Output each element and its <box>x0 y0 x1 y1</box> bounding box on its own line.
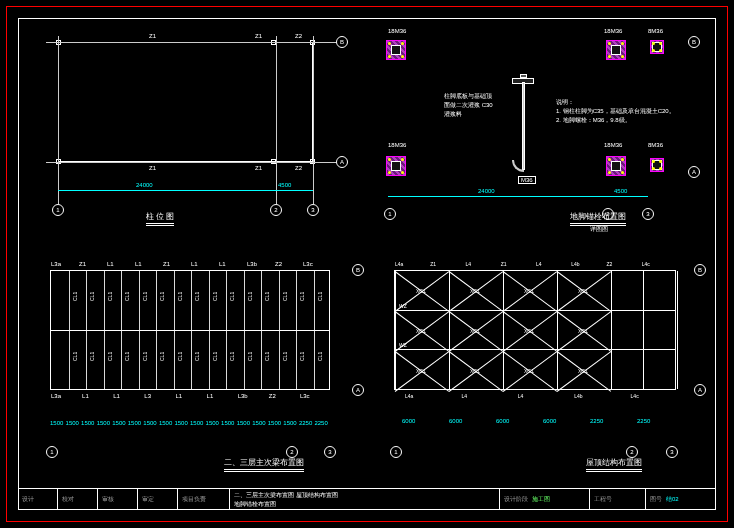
dim-line <box>276 190 313 191</box>
anchor-tag: 18M36 <box>388 142 406 148</box>
note-line: 1. 钢柱柱脚为C35，基础及承台混凝土C20。 <box>556 108 675 114</box>
beam-label: L1 <box>219 261 226 267</box>
midline <box>51 330 329 331</box>
beam-label: Z2 <box>275 261 282 267</box>
dim-text: 4500 <box>614 188 627 194</box>
beam-label: L1 <box>207 393 214 399</box>
axis-bubble: 3 <box>307 204 319 216</box>
dim-line <box>388 196 608 197</box>
dim-text: 1500 <box>112 420 125 426</box>
dim-line <box>58 190 276 191</box>
panel-beam-layout: /*generated below via JS for repeats*/ L… <box>24 250 364 470</box>
beam-tag: CL1 <box>282 352 288 361</box>
beam-tag: CL1 <box>159 352 165 361</box>
truss-line <box>611 271 612 389</box>
beam-tag: CL1 <box>194 292 200 301</box>
secondary-beam <box>209 271 210 389</box>
dim-text: 24000 <box>478 188 495 194</box>
beam-label: L4c <box>631 393 639 399</box>
beam-tag: CL1 <box>299 352 305 361</box>
detail-tag: M36 <box>518 176 536 184</box>
beam-label: L4a <box>395 261 403 267</box>
axis-bubble: A <box>688 166 700 178</box>
beam-tag: CL1 <box>264 352 270 361</box>
axis-bubble: B <box>688 36 700 48</box>
secondary-beam <box>279 271 280 389</box>
truss-line <box>449 271 450 389</box>
beam-label: L4 <box>466 261 472 267</box>
beam-tag: CL1 <box>194 352 200 361</box>
beam-label: L1 <box>82 393 89 399</box>
grid-line <box>313 36 314 204</box>
secondary-beam <box>191 271 192 389</box>
axis-bubble: A <box>352 384 364 396</box>
roof-purlin-line <box>395 349 675 350</box>
beam-label: Z1 <box>149 165 156 171</box>
tb-projno: 工程号 <box>590 489 646 510</box>
tb-drawing-titles: 二、三层主次梁布置图 屋顶结构布置图 地脚锚栓布置图 <box>230 489 500 510</box>
beam-tag: CL1 <box>72 292 78 301</box>
detail-note: 柱脚底板与基础顶面做二次灌浆 C30灌浆料 <box>444 92 494 119</box>
dim-text: 1500 <box>237 420 250 426</box>
beam-label: L4 <box>461 393 467 399</box>
br-plan: XG1XG1XG1XG1XG1XG1XG1XG1XG1XG1XG1XG1L4aZ… <box>394 270 676 390</box>
brace-tag: XG1 <box>524 288 534 294</box>
panel-subtitle: 详图图 <box>590 225 608 234</box>
beam-label: L1 <box>175 393 182 399</box>
beam-label: L1 <box>135 261 142 267</box>
dim-text: 2250 <box>299 420 312 426</box>
beam-label: L4c <box>642 261 650 267</box>
brace-tag: XG1 <box>524 328 534 334</box>
beam-label: L1 <box>113 393 120 399</box>
beam-tag: CL1 <box>229 292 235 301</box>
dim-text: 2250 <box>590 418 603 424</box>
dim-text: 4500 <box>278 182 291 188</box>
anchor-assembly <box>602 152 630 180</box>
notes-heading: 说明： <box>556 99 574 105</box>
beam-tag: CL1 <box>317 292 323 301</box>
dim-text: 1500 <box>159 420 172 426</box>
beam-tag: CL1 <box>229 352 235 361</box>
dim-text: 1500 <box>81 420 94 426</box>
anchor-assembly-small <box>646 36 668 58</box>
anchor-assembly <box>382 152 410 180</box>
secondary-beam <box>139 271 140 389</box>
beam-tag: CL1 <box>142 352 148 361</box>
beam-label: L4 <box>536 261 542 267</box>
anchor-assembly <box>382 36 410 64</box>
beam-label: L4 <box>518 393 524 399</box>
secondary-beam <box>314 271 315 389</box>
beam-label: Z2 <box>607 261 613 267</box>
roof-purlin-line <box>395 310 675 311</box>
brace-tag: XG1 <box>416 288 426 294</box>
secondary-beam <box>296 271 297 389</box>
axis-bubble: B <box>352 264 364 276</box>
dim-line <box>608 196 648 197</box>
tb-cell: 审核 <box>98 489 138 510</box>
brace-tag: XG1 <box>524 368 534 374</box>
beam-label: Z2 <box>295 165 302 171</box>
grid-line <box>58 36 59 204</box>
axis-bubble: 3 <box>642 208 654 220</box>
brace-tag: XG1 <box>578 368 588 374</box>
axis-bubble: 3 <box>666 446 678 458</box>
axis-bubble: 1 <box>52 204 64 216</box>
tb-cell: 设计 <box>18 489 58 510</box>
beam-tag: CL1 <box>142 292 148 301</box>
truss-line <box>643 271 644 389</box>
dim-text: 1500 <box>128 420 141 426</box>
beam-tag: CL1 <box>159 292 165 301</box>
beam-label: Z2 <box>269 393 276 399</box>
beam-tag: CL1 <box>177 292 183 301</box>
beam-tag: CL1 <box>72 352 78 361</box>
secondary-beam <box>69 271 70 389</box>
brace-tag: XG1 <box>470 288 480 294</box>
beam-tag: CL1 <box>124 292 130 301</box>
dim-text: 1500 <box>143 420 156 426</box>
general-notes: 说明： 1. 钢柱柱脚为C35，基础及承台混凝土C20。 2. 地脚螺栓：M36… <box>556 98 676 125</box>
beam-label: L3a <box>51 393 61 399</box>
anchor-bolt-detail: M36 <box>498 82 548 182</box>
axis-bubble: 3 <box>324 446 336 458</box>
secondary-beam <box>261 271 262 389</box>
anchor-tag: 18M36 <box>388 28 406 34</box>
